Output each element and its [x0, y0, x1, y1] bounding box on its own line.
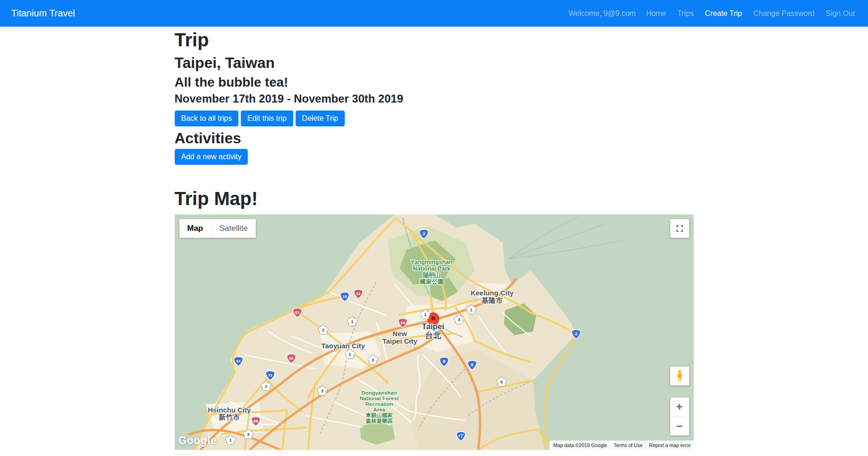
nav-link-create-trip[interactable]: Create Trip [699, 6, 748, 22]
road-shield: 2 [318, 325, 328, 335]
road-shield: 1 [420, 309, 430, 320]
road-shield: 64 [398, 318, 408, 328]
road-shield: 61 [353, 289, 364, 299]
svg-text:64: 64 [401, 321, 405, 325]
road-shield: 3 [454, 315, 464, 325]
fullscreen-button[interactable] [670, 219, 689, 238]
svg-text:7丁: 7丁 [458, 434, 463, 438]
road-shield: 2 [419, 229, 429, 239]
road-shield: 5 [497, 377, 507, 387]
zoom-out-button[interactable]: − [670, 417, 689, 435]
trip-map[interactable]: YangmingshanNational Park陽明山國家公園Keelung … [175, 214, 694, 450]
google-logo[interactable]: Google [178, 434, 217, 447]
terms-of-use-link[interactable]: Terms of Use [614, 442, 643, 448]
navbar: Titanium Travel Welcome, 9@9.com Home Tr… [0, 0, 868, 27]
road-shield: 68 [251, 416, 261, 427]
trip-actions: Back to all trips Edit this trip Delete … [175, 110, 694, 126]
activities-actions: Add a new activity [175, 149, 694, 165]
svg-text:3: 3 [371, 357, 374, 362]
svg-text:2: 2 [322, 327, 324, 332]
road-shield: 1 [466, 305, 476, 315]
trip-destination: Taipei, Taiwan [175, 54, 694, 72]
map-title: Trip Map! [175, 187, 694, 210]
svg-text:3: 3 [321, 388, 323, 393]
svg-text:2: 2 [349, 352, 351, 357]
back-to-trips-button[interactable]: Back to all trips [175, 110, 238, 126]
road-shield: 3 [317, 386, 327, 396]
svg-text:15: 15 [342, 294, 347, 299]
zoom-in-button[interactable]: + [670, 397, 689, 416]
road-shield: 9 [467, 360, 477, 370]
report-map-error-link[interactable]: Report a map error [649, 442, 691, 448]
road-shield: 1 [225, 435, 236, 445]
svg-text:1: 1 [229, 437, 232, 442]
road-shield: 2 [345, 349, 355, 360]
trip-description: All the bubble tea! [175, 74, 694, 90]
road-shield: 31 [265, 370, 275, 381]
svg-text:2: 2 [575, 331, 577, 336]
page-title: Trip [175, 29, 694, 51]
welcome-text: Welcome, 9@9.com [568, 9, 636, 18]
edit-trip-button[interactable]: Edit this trip [241, 110, 293, 126]
road-shield: 1 [261, 381, 271, 391]
map-type-control: Map Satellite [179, 219, 256, 238]
svg-text:1: 1 [424, 312, 427, 317]
svg-text:61: 61 [356, 292, 360, 296]
svg-text:68: 68 [253, 419, 258, 423]
road-shield: 3 [368, 355, 378, 365]
pegman-button[interactable] [670, 367, 689, 385]
svg-text:2: 2 [423, 231, 425, 236]
pegman-icon [676, 370, 683, 382]
road-shield: 3 [243, 429, 253, 440]
map-type-map-button[interactable]: Map [179, 219, 211, 238]
svg-text:9: 9 [443, 359, 445, 364]
road-shield: 1 [347, 316, 357, 327]
main-content: Trip Taipei, Taiwan All the bubble tea! … [175, 27, 694, 450]
svg-text:61: 61 [295, 310, 299, 315]
zoom-control: + − [670, 397, 689, 435]
nav-link-home[interactable]: Home [640, 6, 672, 22]
road-shield: 2 [571, 329, 581, 339]
navbar-links: Welcome, 9@9.com Home Trips Create Trip … [568, 6, 861, 22]
svg-text:1: 1 [351, 319, 354, 324]
road-shield: 15 [340, 292, 350, 302]
road-shield: 61 [233, 356, 244, 367]
map-attribution: Map data ©2019 Google Terms of Use Repor… [549, 441, 693, 450]
road-shield: 9 [439, 357, 449, 367]
map-data-text: Map data ©2019 Google [553, 442, 607, 448]
nav-link-sign-out[interactable]: Sign Out [820, 6, 861, 22]
svg-text:31: 31 [268, 373, 272, 377]
svg-text:61: 61 [236, 359, 240, 363]
map-canvas[interactable] [175, 214, 694, 450]
svg-text:1: 1 [265, 383, 267, 389]
trip-dates: November 17th 2019 - November 30th 2019 [175, 92, 694, 106]
svg-text:3: 3 [247, 432, 249, 437]
activities-title: Activities [175, 129, 694, 147]
svg-text:3: 3 [458, 317, 460, 322]
road-shield: 61 [292, 308, 303, 318]
nav-link-change-password[interactable]: Change Password [748, 6, 820, 22]
svg-text:1: 1 [470, 307, 473, 312]
svg-text:9: 9 [471, 362, 473, 367]
add-activity-button[interactable]: Add a new activity [175, 149, 248, 165]
map-type-satellite-button[interactable]: Satellite [211, 219, 256, 238]
brand-link[interactable]: Titanium Travel [7, 8, 75, 19]
road-shield: 7丁 [456, 431, 466, 441]
delete-trip-button[interactable]: Delete Trip [296, 110, 345, 126]
road-shield: 66 [286, 353, 297, 364]
svg-text:5: 5 [500, 379, 503, 384]
svg-text:66: 66 [289, 356, 293, 360]
nav-link-trips[interactable]: Trips [672, 6, 699, 22]
fullscreen-icon [675, 224, 684, 233]
